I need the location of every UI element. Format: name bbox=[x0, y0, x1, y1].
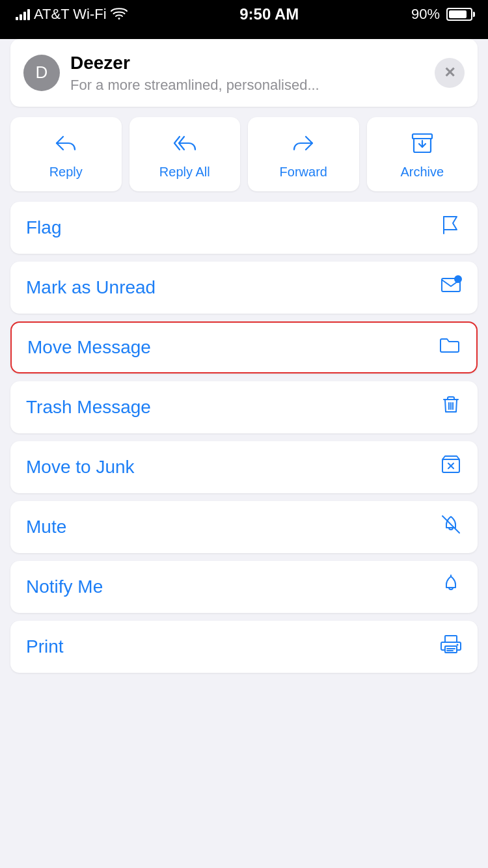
reply-all-button[interactable]: Reply All bbox=[129, 117, 241, 191]
mark-unread-icon bbox=[440, 274, 462, 301]
sender-name: Deezer bbox=[70, 52, 435, 74]
signal-bars bbox=[16, 8, 30, 20]
reply-button[interactable]: Reply bbox=[10, 117, 122, 191]
carrier-label: AT&T Wi-Fi bbox=[34, 6, 107, 23]
trash-icon bbox=[440, 394, 462, 420]
signal-bar-4 bbox=[27, 9, 30, 20]
status-bar: AT&T Wi-Fi 9:50 AM 90% bbox=[0, 0, 488, 29]
close-button[interactable]: ✕ bbox=[435, 58, 465, 88]
battery-icon bbox=[446, 8, 472, 21]
archive-button[interactable]: Archive bbox=[367, 117, 478, 191]
email-header: D Deezer For a more streamlined, persona… bbox=[10, 39, 478, 107]
mute-label: Mute bbox=[26, 517, 66, 537]
action-buttons-row: Reply Reply All Forward bbox=[10, 117, 478, 191]
status-time: 9:50 AM bbox=[239, 5, 299, 23]
flag-label: Flag bbox=[26, 217, 61, 238]
battery-percent: 90% bbox=[411, 6, 440, 23]
status-right: 90% bbox=[411, 6, 472, 23]
close-icon: ✕ bbox=[444, 64, 455, 81]
svg-rect-1 bbox=[413, 134, 432, 139]
svg-line-11 bbox=[442, 516, 459, 533]
wifi-icon bbox=[111, 5, 128, 23]
menu-list: Flag Mark as Unread Move Message bbox=[10, 202, 478, 673]
reply-all-label: Reply All bbox=[159, 165, 210, 180]
trash-message-menu-item[interactable]: Trash Message bbox=[10, 381, 478, 433]
reply-label: Reply bbox=[49, 165, 83, 180]
mute-icon bbox=[440, 513, 462, 540]
svg-point-4 bbox=[455, 276, 461, 282]
move-to-junk-label: Move to Junk bbox=[26, 457, 135, 478]
signal-bar-1 bbox=[16, 17, 18, 20]
folder-icon bbox=[439, 334, 461, 360]
sender-row: D Deezer For a more streamlined, persona… bbox=[23, 52, 435, 94]
archive-icon bbox=[411, 131, 434, 158]
mark-unread-menu-item[interactable]: Mark as Unread bbox=[10, 262, 478, 314]
reply-all-icon bbox=[173, 131, 197, 158]
forward-label: Forward bbox=[280, 165, 327, 180]
flag-menu-item[interactable]: Flag bbox=[10, 202, 478, 254]
mute-menu-item[interactable]: Mute bbox=[10, 501, 478, 553]
mark-unread-label: Mark as Unread bbox=[26, 277, 156, 298]
email-info: Deezer For a more streamlined, personali… bbox=[70, 52, 435, 94]
status-left: AT&T Wi-Fi bbox=[16, 5, 128, 23]
signal-bar-3 bbox=[23, 12, 26, 20]
svg-point-0 bbox=[118, 18, 120, 20]
reply-icon bbox=[54, 131, 77, 158]
forward-icon bbox=[291, 131, 315, 158]
notify-me-label: Notify Me bbox=[26, 576, 103, 597]
signal-bar-2 bbox=[20, 14, 22, 20]
move-message-label: Move Message bbox=[27, 337, 151, 358]
email-preview: For a more streamlined, personalised... bbox=[70, 77, 344, 94]
content-area: D Deezer For a more streamlined, persona… bbox=[0, 39, 488, 868]
move-to-junk-menu-item[interactable]: Move to Junk bbox=[10, 441, 478, 493]
svg-point-17 bbox=[457, 644, 459, 646]
avatar: D bbox=[23, 55, 60, 91]
forward-button[interactable]: Forward bbox=[248, 117, 359, 191]
trash-message-label: Trash Message bbox=[26, 397, 151, 418]
print-menu-item[interactable]: Print bbox=[10, 621, 478, 673]
print-label: Print bbox=[26, 636, 64, 657]
move-message-menu-item[interactable]: Move Message bbox=[10, 321, 478, 373]
junk-icon bbox=[440, 454, 462, 480]
archive-label: Archive bbox=[400, 165, 444, 180]
svg-rect-13 bbox=[445, 636, 457, 642]
notify-me-menu-item[interactable]: Notify Me bbox=[10, 561, 478, 613]
flag-icon bbox=[440, 214, 462, 241]
bell-icon bbox=[440, 573, 462, 600]
print-icon bbox=[440, 633, 462, 660]
